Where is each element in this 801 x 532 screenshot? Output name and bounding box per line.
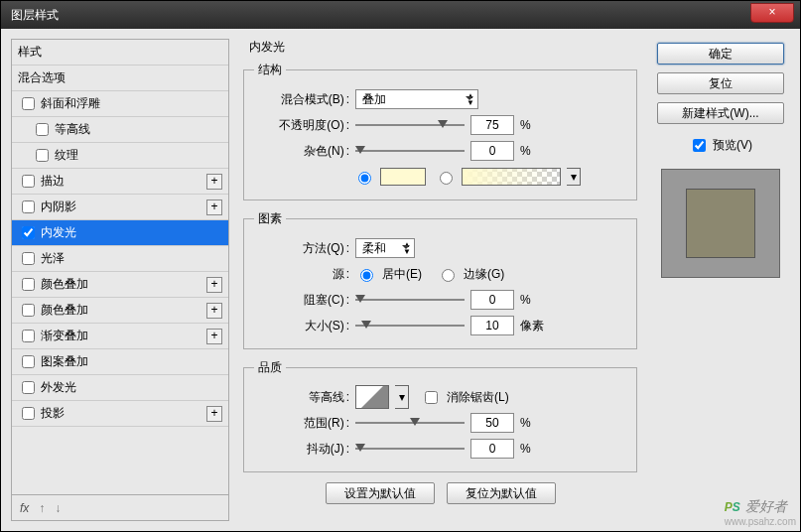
sidebar-checkbox-5[interactable] [22,175,35,188]
source-center-radio[interactable] [360,269,373,282]
sidebar-item-label: 颜色叠加 [41,276,88,293]
sidebar-item-9[interactable]: 颜色叠加+ [12,272,228,298]
jitter-slider[interactable] [355,441,465,457]
sidebar-item-label: 颜色叠加 [41,302,88,319]
noise-slider[interactable] [355,143,465,159]
size-slider[interactable] [355,318,465,333]
opacity-slider[interactable] [355,117,465,133]
blendmode-select[interactable]: 叠加▲▼ [355,89,478,109]
range-unit: % [520,416,548,430]
color-swatch[interactable] [380,168,426,186]
contour-dropdown-icon[interactable]: ▾ [395,385,409,409]
cancel-button[interactable]: 复位 [657,72,784,94]
sidebar-item-7[interactable]: 内发光 [12,220,228,246]
size-unit: 像素 [520,318,548,334]
sidebar-item-label: 等高线 [55,121,90,138]
jitter-unit: % [520,442,548,456]
choke-input[interactable] [470,290,514,310]
right-panel: 确定 复位 新建样式(W)... 预览(V) [651,39,790,521]
sidebar-item-0[interactable]: 样式 [12,40,228,66]
sidebar-item-6[interactable]: 内阴影+ [12,195,228,220]
size-input[interactable] [470,316,514,335]
sidebar-item-12[interactable]: 图案叠加 [12,349,228,375]
source-edge-radio[interactable] [442,269,455,282]
sidebar-checkbox-9[interactable] [22,278,35,291]
sidebar-item-label: 斜面和浮雕 [41,95,100,112]
antialias-label: 消除锯齿(L) [447,389,509,406]
choke-slider[interactable] [355,292,465,308]
color-radio[interactable] [358,172,371,185]
sidebar-item-11[interactable]: 渐变叠加+ [12,324,228,349]
structure-group: 结构 混合模式(B) 叠加▲▼ 不透明度(O) % 杂色(N) [243,62,637,200]
ok-button[interactable]: 确定 [657,43,784,65]
technique-select[interactable]: 柔和▲▼ [355,238,415,258]
styles-list: 样式混合选项斜面和浮雕等高线纹理描边+内阴影+内发光光泽颜色叠加+颜色叠加+渐变… [11,39,229,521]
technique-label: 方法(Q) [254,240,349,257]
new-style-button[interactable]: 新建样式(W)... [657,102,784,124]
plus-icon[interactable]: + [206,303,222,319]
sidebar-item-label: 混合选项 [18,69,66,86]
structure-legend: 结构 [254,62,286,78]
quality-group: 品质 等高线 ▾ 消除锯齿(L) 范围(R) % 抖动(J) [243,359,637,472]
sidebar-item-label: 内发光 [41,224,76,241]
preview-checkbox[interactable] [693,139,706,152]
sidebar-item-1[interactable]: 混合选项 [12,66,228,91]
sidebar-checkbox-3[interactable] [36,123,49,136]
sidebar-item-label: 图案叠加 [41,353,88,370]
sidebar-item-2[interactable]: 斜面和浮雕 [12,91,228,117]
antialias-checkbox[interactable] [425,391,438,404]
sidebar-item-5[interactable]: 描边+ [12,169,228,195]
preview-swatch [686,189,755,258]
sidebar-item-14[interactable]: 投影+ [12,401,228,427]
opacity-input[interactable] [470,115,514,135]
sidebar-checkbox-13[interactable] [22,381,35,394]
preview-label: 预览(V) [713,137,752,154]
window-title: 图层样式 [5,7,59,24]
source-center-label: 居中(E) [382,266,422,283]
sidebar-checkbox-12[interactable] [22,355,35,368]
arrow-up-icon[interactable]: ↑ [39,501,45,515]
contour-swatch[interactable] [355,385,389,409]
fx-icon[interactable]: fx [20,501,29,515]
sidebar-item-8[interactable]: 光泽 [12,246,228,272]
source-label: 源 [254,266,349,283]
sidebar-item-label: 纹理 [55,147,78,164]
range-label: 范围(R) [254,415,349,432]
sidebar-item-label: 内阴影 [41,199,76,215]
set-default-button[interactable]: 设置为默认值 [326,482,435,504]
jitter-input[interactable] [470,439,514,459]
sidebar-checkbox-7[interactable] [22,226,35,239]
sidebar-item-label: 光泽 [41,250,65,267]
sidebar-item-13[interactable]: 外发光 [12,375,228,401]
sidebar-item-3[interactable]: 等高线 [12,117,228,143]
arrow-down-icon[interactable]: ↓ [55,501,61,515]
sidebar-checkbox-14[interactable] [22,407,35,420]
reset-default-button[interactable]: 复位为默认值 [447,482,556,504]
range-input[interactable] [470,413,514,433]
gradient-dropdown-icon[interactable]: ▾ [567,168,581,186]
choke-unit: % [520,293,548,307]
sidebar-checkbox-4[interactable] [36,149,49,162]
sidebar-item-label: 样式 [18,44,42,61]
sidebar-checkbox-10[interactable] [22,304,35,317]
plus-icon[interactable]: + [206,406,222,422]
sidebar-checkbox-8[interactable] [22,252,35,265]
plus-icon[interactable]: + [206,329,222,344]
noise-unit: % [520,144,548,158]
range-slider[interactable] [355,415,465,431]
sidebar-item-4[interactable]: 纹理 [12,143,228,169]
sidebar-item-10[interactable]: 颜色叠加+ [12,298,228,324]
close-button[interactable]: × [750,3,794,23]
gradient-swatch[interactable] [462,168,561,186]
noise-input[interactable] [470,141,514,161]
plus-icon[interactable]: + [206,174,222,190]
styles-footer: fx ↑ ↓ [12,494,228,520]
plus-icon[interactable]: + [206,200,222,215]
plus-icon[interactable]: + [206,277,222,293]
gradient-radio[interactable] [440,172,453,185]
blendmode-label: 混合模式(B) [254,91,349,108]
sidebar-checkbox-11[interactable] [22,330,35,342]
sidebar-checkbox-2[interactable] [22,97,35,110]
sidebar-checkbox-6[interactable] [22,200,35,213]
elements-group: 图素 方法(Q) 柔和▲▼ 源 居中(E) 边缘(G) 阻塞(C) [243,210,637,349]
